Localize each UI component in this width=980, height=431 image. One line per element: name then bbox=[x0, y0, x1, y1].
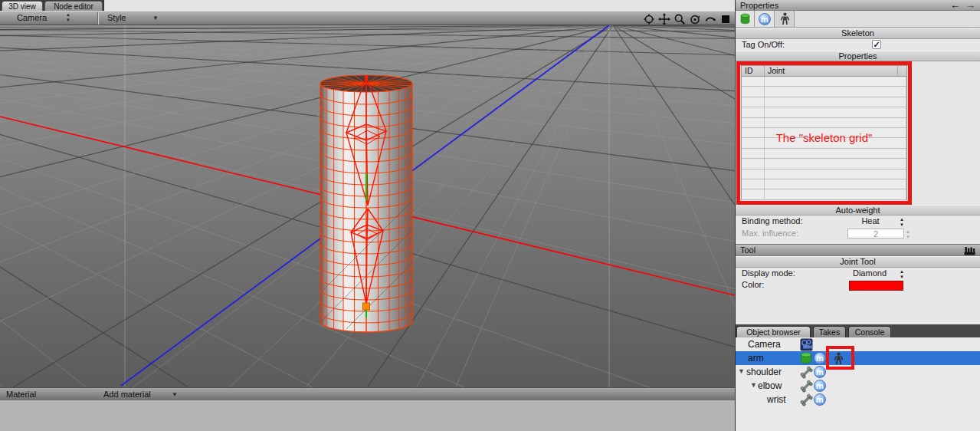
3d-scene bbox=[0, 25, 735, 387]
max-influence-stepper[interactable]: ▲▼ bbox=[906, 229, 910, 240]
tab-object-browser[interactable]: Object browser bbox=[736, 326, 811, 337]
column-scroll-gutter bbox=[898, 66, 906, 76]
display-mode-select[interactable]: Diamond bbox=[843, 268, 896, 278]
joint-table-empty-row[interactable] bbox=[742, 169, 906, 179]
column-joint[interactable]: Joint bbox=[765, 66, 898, 76]
add-material-arrow[interactable]: ▼ bbox=[172, 391, 178, 398]
orbit-icon[interactable] bbox=[689, 13, 701, 25]
object-tree: Camera arm bbox=[736, 337, 980, 431]
joint-color-swatch[interactable] bbox=[849, 281, 903, 291]
joint-table-empty-row[interactable] bbox=[742, 87, 906, 97]
auto-weight-header: Auto-weight bbox=[736, 205, 980, 216]
tag-onoff-checkbox[interactable]: ✓ bbox=[872, 40, 881, 49]
pan-icon[interactable] bbox=[658, 13, 670, 25]
material-tag-icon[interactable]: m bbox=[813, 393, 827, 406]
joint-table-empty-row[interactable] bbox=[742, 189, 906, 199]
joint-table-empty-row[interactable] bbox=[742, 118, 906, 128]
material-bar-title: Material bbox=[6, 390, 36, 399]
material-shelf[interactable] bbox=[0, 400, 735, 431]
tree-label: elbow bbox=[758, 380, 782, 391]
binding-method-stepper[interactable]: ▲▼ bbox=[900, 217, 904, 228]
disclosure-triangle-icon[interactable]: ▼ bbox=[750, 381, 757, 389]
tag-tab-bar: m bbox=[736, 11, 980, 28]
tree-row-shoulder[interactable]: ▼ shoulder m bbox=[736, 365, 980, 379]
disclosure-triangle-icon[interactable]: ▼ bbox=[738, 367, 745, 375]
browser-tab-bar: Object browser Takes Console bbox=[736, 324, 980, 337]
tool-titlebar: Tool bbox=[736, 244, 980, 256]
joint-table-empty-row[interactable] bbox=[742, 107, 906, 117]
joint-table-empty-row[interactable] bbox=[742, 159, 906, 169]
camera-object-icon bbox=[799, 337, 813, 351]
material-tag-icon[interactable]: m bbox=[813, 351, 827, 365]
zoom-icon[interactable] bbox=[674, 13, 686, 25]
style-dropdown-arrow[interactable]: ▼ bbox=[152, 15, 159, 21]
tool-icon bbox=[964, 246, 975, 255]
viewport-pane: 3D view Node editor Camera ▲▼ Style ▼ bbox=[0, 0, 735, 431]
tab-3d-view[interactable]: 3D view bbox=[2, 1, 43, 11]
tree-label: Camera bbox=[748, 339, 781, 350]
skeleton-section-header: Skeleton bbox=[736, 28, 980, 39]
viewport-toolbar: Camera ▲▼ Style ▼ bbox=[0, 11, 735, 25]
application-window: 3D view Node editor Camera ▲▼ Style ▼ bbox=[0, 0, 980, 431]
tree-row-camera[interactable]: Camera bbox=[736, 337, 980, 351]
tab-object-cylinder[interactable] bbox=[736, 11, 755, 27]
annotation-red-box: ID Joint The "skeleton grid" bbox=[736, 61, 912, 205]
display-mode-row: Display mode: Diamond ▲▼ bbox=[736, 268, 980, 279]
joint-endpoint-handle[interactable] bbox=[363, 303, 370, 310]
back-arrow-icon[interactable]: ← bbox=[950, 0, 960, 11]
bone-icon bbox=[799, 393, 813, 406]
tree-label: arm bbox=[748, 353, 764, 364]
tab-material-tag[interactable]: m bbox=[755, 11, 775, 27]
material-tag-icon[interactable]: m bbox=[813, 365, 827, 379]
tree-label: shoulder bbox=[746, 367, 782, 377]
tab-console[interactable]: Console bbox=[848, 326, 891, 337]
tag-onoff-label: Tag On/Off: bbox=[742, 40, 785, 49]
tab-skeleton-tag[interactable] bbox=[775, 11, 795, 27]
tab-node-editor[interactable]: Node editor bbox=[44, 1, 103, 11]
camera-tools bbox=[643, 12, 732, 25]
tree-row-arm[interactable]: arm m bbox=[736, 351, 980, 365]
camera-dropdown[interactable]: Camera bbox=[17, 13, 47, 22]
annotation-text: The "skeleton grid" bbox=[740, 131, 908, 144]
max-influence-input[interactable] bbox=[847, 229, 904, 239]
max-influence-row: Max. influence: ▲▼ bbox=[736, 228, 980, 240]
joint-table-empty-row[interactable] bbox=[742, 97, 906, 107]
column-id[interactable]: ID bbox=[742, 66, 765, 76]
material-tag-icon[interactable]: m bbox=[813, 379, 827, 393]
cylinder-object-icon bbox=[799, 351, 813, 365]
properties-panel: Properties ← → m bbox=[735, 0, 980, 431]
3d-viewport[interactable] bbox=[0, 25, 735, 387]
max-influence-label: Max. influence: bbox=[742, 229, 798, 238]
properties-section-header: Properties bbox=[736, 51, 980, 61]
tree-label: wrist bbox=[767, 394, 786, 405]
view-tab-row: 3D view Node editor bbox=[0, 0, 735, 11]
bone-icon bbox=[799, 365, 813, 379]
binding-method-row: Binding method: Heat ▲▼ bbox=[736, 216, 980, 228]
joint-table-empty-row[interactable] bbox=[742, 179, 906, 189]
solid-view-icon[interactable] bbox=[719, 13, 732, 25]
add-material-dropdown[interactable]: Add material bbox=[103, 390, 151, 399]
forward-arrow-icon[interactable]: → bbox=[965, 0, 975, 11]
material-icon: m bbox=[759, 13, 771, 25]
joint-table-empty-row[interactable] bbox=[742, 77, 906, 87]
bone-icon bbox=[799, 379, 813, 393]
color-label: Color: bbox=[742, 280, 764, 289]
tree-row-elbow[interactable]: ▼ elbow m bbox=[736, 379, 980, 393]
cylinder-icon bbox=[739, 12, 752, 25]
camera-stepper[interactable]: ▲▼ bbox=[66, 12, 70, 23]
tag-onoff-row: Tag On/Off: ✓ bbox=[736, 39, 980, 51]
panel-title: Properties bbox=[740, 1, 778, 10]
tab-takes[interactable]: Takes bbox=[813, 326, 846, 337]
joint-tool-header: Joint Tool bbox=[736, 256, 980, 268]
tool-title: Tool bbox=[740, 245, 755, 255]
binding-method-label: Binding method: bbox=[742, 216, 803, 225]
binding-method-select[interactable]: Heat bbox=[847, 216, 894, 225]
focus-icon[interactable] bbox=[643, 13, 655, 25]
display-mode-stepper[interactable]: ▲▼ bbox=[900, 269, 904, 280]
tree-row-wrist[interactable]: wrist m bbox=[736, 393, 980, 406]
material-bar: Material Add material ▼ bbox=[0, 387, 735, 400]
style-dropdown[interactable]: Style bbox=[107, 13, 126, 22]
arc-rotate-icon[interactable] bbox=[704, 13, 716, 25]
display-mode-label: Display mode: bbox=[742, 268, 795, 278]
joint-table-empty-row[interactable] bbox=[742, 149, 906, 159]
